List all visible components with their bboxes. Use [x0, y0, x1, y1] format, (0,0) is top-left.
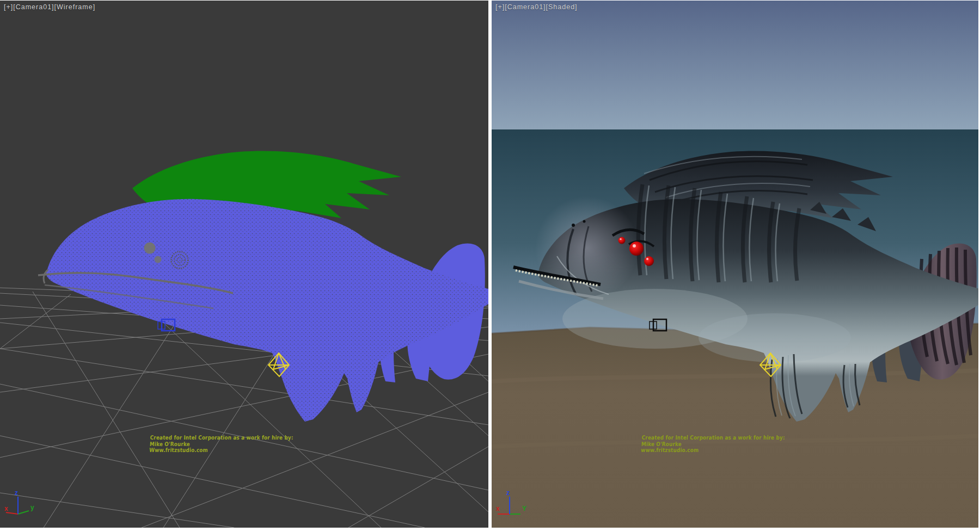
world-axis-gizmo: x y z — [4, 489, 34, 514]
viewport-label[interactable]: [+][Camera01][Shaded] — [495, 3, 578, 11]
axis-y-label: Y — [522, 505, 526, 512]
credit-line: Created for Intel Corporation as a work … — [150, 435, 293, 441]
viewport-label[interactable]: [+][Camera01][Wireframe] — [4, 3, 95, 11]
axis-z-label: z — [506, 489, 510, 497]
fish-model-wireframe[interactable] — [38, 151, 488, 422]
axis-z-label: z — [15, 489, 18, 497]
viewport-right-shaded[interactable]: x Y z [+][Camera01][Shaded] Created for … — [492, 1, 978, 528]
credit-line: www.fritzstudio.com — [641, 447, 785, 454]
axis-x-label: x — [4, 505, 8, 512]
credit-text: Created for Intel Corporation as a work … — [641, 435, 785, 454]
credit-line: Created for Intel Corporation as a work … — [641, 435, 785, 441]
axis-x-label: x — [496, 505, 500, 512]
viewport-left-wireframe[interactable]: x y z [+][Camera01][Wireframe] Created f… — [0, 1, 488, 528]
viewport-canvas-area: x y z [+][Camera01][Wireframe] Created f… — [0, 0, 980, 532]
credit-line: Www.fritzstudio.com — [149, 447, 293, 454]
credit-text: Created for Intel Corporation as a work … — [149, 435, 293, 454]
axis-y-label: y — [30, 504, 34, 511]
sky-background — [492, 1, 978, 130]
